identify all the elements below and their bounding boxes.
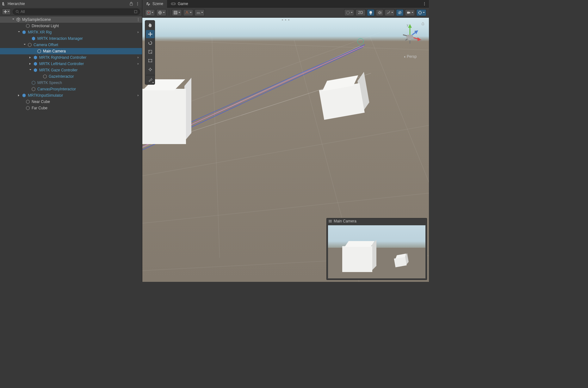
prefab-icon (33, 55, 38, 60)
hierarchy-item-canvas-proxy[interactable]: CanvasProxyInteractor (0, 86, 142, 92)
gizmo-lock-icon[interactable] (421, 22, 424, 25)
svg-point-17 (187, 11, 187, 12)
tab-game[interactable]: Game (167, 0, 192, 8)
scene-root[interactable]: MySampleScene (0, 16, 142, 23)
foldout-icon[interactable] (28, 56, 32, 59)
hierarchy-item-camera-offset[interactable]: Camera Offset (0, 42, 142, 48)
hierarchy-item-interaction-manager[interactable]: MRTK Interaction Manager (0, 35, 142, 42)
gameobject-icon (31, 80, 36, 85)
search-icon (15, 10, 19, 14)
scene-context-menu-icon[interactable] (136, 18, 140, 21)
toolbar-pivot-button[interactable] (145, 9, 155, 16)
gizmo-axis-x-label: x (420, 39, 422, 42)
open-prefab-icon[interactable] (137, 63, 139, 65)
hierarchy-item-label: MRTKInputSimulator (27, 93, 63, 98)
rotate-tool[interactable] (146, 39, 155, 47)
hierarchy-item-gaze-interactor[interactable]: GazeInteractor (0, 73, 142, 80)
far-cube-mesh (318, 74, 375, 126)
toolbar-visibility-button[interactable] (396, 9, 404, 16)
hand-tool[interactable] (146, 21, 155, 29)
gameobject-icon (31, 87, 36, 92)
camera-far-plane-marker (357, 38, 364, 45)
foldout-icon[interactable] (17, 30, 21, 34)
hierarchy-item-label: MRTK LeftHand Controller (39, 62, 84, 66)
foldout-icon[interactable] (11, 18, 15, 21)
hierarchy-item-mrtk-speech[interactable]: MRTK Speech (0, 80, 142, 86)
svg-point-7 (138, 21, 139, 21)
near-cube-mesh (142, 79, 192, 149)
toolbar-2d-button[interactable]: 2D (356, 9, 366, 16)
camera-preview-header[interactable]: Main Camera (327, 218, 427, 224)
tab-scene[interactable]: Szene (142, 0, 167, 8)
prefab-icon (31, 36, 36, 41)
kebab-menu-icon[interactable] (135, 1, 140, 6)
toolbar-snap-increment-button[interactable] (183, 9, 193, 16)
rect-tool[interactable] (146, 57, 155, 65)
toolbar-space-button[interactable] (156, 9, 166, 16)
drag-handle-icon[interactable] (329, 220, 332, 222)
move-tool[interactable] (146, 30, 155, 38)
hierarchy-item-directional-light[interactable]: Directional Light (0, 23, 142, 29)
hierarchy-item-label: Camera Offset (33, 43, 58, 47)
game-tab-icon (171, 2, 176, 6)
svg-point-25 (148, 59, 149, 60)
open-prefab-icon[interactable] (137, 94, 139, 97)
search-field[interactable] (13, 9, 140, 15)
orientation-gizmo[interactable]: y z x Persp (394, 21, 426, 59)
foldout-icon[interactable] (23, 43, 27, 47)
toolbar-drawmode-button[interactable] (344, 9, 354, 16)
scene-tabs: Szene Game (142, 0, 429, 8)
hierarchy-item-mrtk-xr-rig[interactable]: MRTK XR Rig (0, 29, 142, 35)
hierarchy-item-near-cube[interactable]: Near Cube (0, 99, 142, 105)
svg-rect-34 (329, 220, 332, 221)
toolbar-fx-button[interactable] (385, 9, 395, 16)
scale-tool[interactable] (146, 48, 155, 56)
toolbar-camera-button[interactable] (405, 9, 415, 16)
hierarchy-item-main-camera[interactable]: Main Camera (0, 48, 142, 54)
hierarchy-item-input-simulator[interactable]: MRTKInputSimulator (0, 92, 142, 99)
toolbar-grid-snap-button[interactable] (172, 9, 182, 16)
open-prefab-icon[interactable] (137, 56, 139, 59)
hierarchy-item-label: Near Cube (31, 100, 50, 104)
search-input[interactable] (21, 9, 133, 14)
foldout-icon[interactable] (17, 94, 21, 97)
tool-palette (145, 20, 155, 85)
transform-tool[interactable] (146, 65, 155, 74)
toolbar-snap-button[interactable] (195, 9, 205, 16)
overlay-grip-handle[interactable] (282, 20, 289, 21)
custom-tools-button[interactable] (146, 75, 155, 84)
gizmo-projection-label[interactable]: Persp (403, 54, 417, 59)
preview-far-cube (393, 253, 411, 268)
svg-point-27 (148, 62, 149, 62)
kebab-menu-icon[interactable] (420, 2, 429, 6)
lock-icon[interactable] (129, 1, 134, 6)
gizmo-axis-y-label: y (407, 23, 408, 27)
foldout-icon[interactable] (28, 68, 32, 72)
open-prefab-icon[interactable] (137, 31, 139, 33)
hierarchy-panel: Hierarchie (0, 0, 142, 282)
tab-game-label: Game (178, 2, 188, 6)
hierarchy-item-gaze-controller[interactable]: MRTK Gaze Controller (0, 67, 142, 73)
camera-preview[interactable]: Main Camera (326, 218, 427, 280)
svg-point-5 (138, 18, 139, 19)
svg-rect-8 (171, 3, 176, 5)
add-button[interactable] (2, 9, 11, 15)
prefab-icon (22, 30, 27, 35)
svg-point-26 (152, 59, 152, 60)
toolbar-gizmos-button[interactable] (416, 9, 426, 16)
svg-point-29 (149, 69, 151, 70)
hierarchy-item-far-cube[interactable]: Far Cube (0, 105, 142, 111)
hierarchy-item-right-hand[interactable]: MRTK RightHand Controller (0, 54, 142, 61)
search-type-icon[interactable] (134, 10, 137, 13)
hierarchy-header: Hierarchie (0, 0, 142, 8)
toolbar-audio-button[interactable] (376, 9, 383, 16)
svg-point-3 (16, 10, 18, 13)
hierarchy-item-left-hand[interactable]: MRTK LeftHand Controller (0, 61, 142, 67)
toolbar-lighting-button[interactable] (367, 9, 374, 16)
svg-point-6 (138, 19, 139, 20)
hierarchy-item-label: MRTK Speech (37, 81, 62, 85)
scene-view[interactable]: y z x Persp Main Camera (142, 18, 429, 282)
foldout-icon[interactable] (28, 62, 32, 66)
hierarchy-item-label: Main Camera (42, 49, 66, 53)
svg-point-28 (152, 62, 152, 62)
